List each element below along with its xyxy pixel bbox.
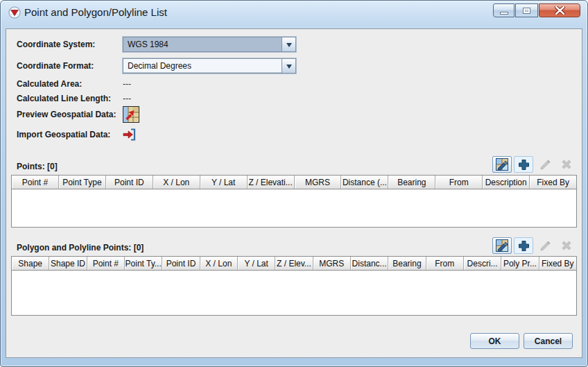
globe-red-arrow-icon: [8, 6, 21, 19]
column-header[interactable]: Bearing: [388, 176, 435, 189]
polygon-add-button[interactable]: [514, 237, 533, 254]
column-header[interactable]: Point #: [87, 257, 125, 270]
import-geospatial-button[interactable]: [123, 128, 138, 142]
column-header[interactable]: Distanc...: [351, 257, 388, 270]
column-header[interactable]: Point ID: [162, 257, 200, 270]
column-header[interactable]: Point #: [12, 176, 59, 189]
polygon-edit-button-disabled[interactable]: [535, 237, 555, 254]
coordinate-system-row: Coordinate System: WGS 1984: [17, 37, 582, 52]
add-plus-icon: [518, 159, 530, 171]
coordinate-format-combobox[interactable]: Decimal Degrees: [123, 58, 296, 74]
import-geospatial-label: Import Geospatial Data:: [17, 130, 123, 139]
column-header[interactable]: Z / Elevati...: [248, 176, 295, 189]
column-header[interactable]: Fixed By: [539, 257, 576, 270]
map-edit-icon: [496, 239, 508, 252]
window-title: Point and Polygon/Polyline List: [24, 6, 167, 18]
polygon-table-body[interactable]: [12, 271, 576, 315]
points-map-edit-button[interactable]: [492, 156, 512, 173]
polygon-section-title: Polygon and Polyline Points: [0]: [17, 243, 144, 254]
points-table: Point # Point Type Point ID X / Lon Y / …: [11, 175, 577, 228]
import-geospatial-row: Import Geospatial Data:: [17, 128, 582, 142]
column-header[interactable]: Description: [483, 176, 530, 189]
window-controls: [493, 3, 580, 17]
cancel-button[interactable]: Cancel: [524, 333, 573, 349]
dialog-content: Coordinate System: WGS 1984 Coordinate F…: [6, 28, 582, 358]
ok-button[interactable]: OK: [470, 333, 519, 349]
column-header[interactable]: Bearing: [388, 257, 426, 270]
delete-x-icon: [561, 159, 572, 170]
preview-geospatial-button[interactable]: [123, 106, 139, 123]
calculated-line-length-value: ---: [123, 94, 131, 103]
column-header[interactable]: Descri...: [464, 257, 501, 270]
column-header[interactable]: Z / Elev...: [275, 257, 313, 270]
titlebar[interactable]: Point and Polygon/Polyline List: [1, 1, 587, 28]
column-header[interactable]: From: [435, 176, 483, 189]
edit-pencil-icon: [539, 159, 551, 171]
preview-geospatial-label: Preview Geospatial Data:: [17, 110, 123, 119]
points-table-header: Point # Point Type Point ID X / Lon Y / …: [12, 176, 576, 189]
minimize-button[interactable]: [493, 3, 514, 17]
calculated-line-length-label: Calculated Line Length:: [17, 94, 123, 103]
points-section-header: Points: [0]: [17, 156, 576, 173]
polygon-table-header: Shape Shape ID Point # Point Ty... Point…: [12, 257, 576, 271]
coordinate-format-value: Decimal Degrees: [123, 59, 282, 73]
add-plus-icon: [518, 240, 530, 252]
calculated-area-value: ---: [123, 79, 131, 89]
polygon-delete-button-disabled[interactable]: [557, 237, 576, 254]
coordinate-format-row: Coordinate Format: Decimal Degrees: [17, 58, 582, 74]
column-header[interactable]: MGRS: [313, 257, 351, 270]
column-header[interactable]: MGRS: [295, 176, 342, 189]
column-header[interactable]: Y / Lat: [200, 176, 248, 189]
points-toolbar: [492, 156, 576, 173]
column-header[interactable]: From: [426, 257, 464, 270]
dialog-window: Point and Polygon/Polyline List Coordina…: [0, 0, 588, 367]
coordinate-format-label: Coordinate Format:: [17, 61, 123, 71]
calculated-area-label: Calculated Area:: [17, 79, 123, 89]
column-header[interactable]: Poly Pr...: [501, 257, 539, 270]
points-section-title: Points: [0]: [17, 162, 58, 173]
map-edit-icon: [496, 158, 508, 171]
points-add-button[interactable]: [514, 156, 533, 173]
column-header[interactable]: Shape: [12, 257, 49, 270]
column-header[interactable]: Point Ty...: [125, 257, 162, 270]
column-header[interactable]: Shape ID: [49, 257, 87, 270]
column-header[interactable]: Point Type: [59, 176, 106, 189]
polygon-section-header: Polygon and Polyline Points: [0]: [17, 237, 576, 254]
coordinate-system-value: WGS 1984: [123, 37, 282, 51]
column-header[interactable]: Point ID: [106, 176, 153, 189]
column-header[interactable]: X / Lon: [153, 176, 200, 189]
minimize-icon: [500, 12, 508, 15]
chevron-down-icon[interactable]: [282, 59, 295, 73]
calculated-area-row: Calculated Area: ---: [17, 79, 582, 89]
column-header[interactable]: X / Lon: [200, 257, 238, 270]
maximize-button[interactable]: [515, 3, 538, 17]
close-button[interactable]: [539, 3, 580, 17]
points-table-body[interactable]: [12, 189, 576, 227]
footer: OK Cancel: [6, 333, 573, 349]
calculated-line-length-row: Calculated Line Length: ---: [17, 94, 582, 103]
chevron-down-icon[interactable]: [282, 37, 295, 51]
close-icon: [555, 6, 565, 15]
polygon-map-edit-button[interactable]: [492, 237, 512, 254]
polygon-toolbar: [492, 237, 576, 254]
points-edit-button-disabled[interactable]: [535, 156, 555, 173]
column-header[interactable]: Fixed By: [530, 176, 576, 189]
points-delete-button-disabled[interactable]: [557, 156, 576, 173]
map-preview-icon: [123, 107, 139, 122]
column-header[interactable]: Distance (...: [341, 176, 388, 189]
delete-x-icon: [561, 240, 572, 251]
edit-pencil-icon: [539, 240, 551, 252]
polygon-table: Shape Shape ID Point # Point Ty... Point…: [11, 256, 577, 316]
import-arrow-icon: [123, 128, 137, 142]
column-header[interactable]: Y / Lat: [238, 257, 275, 270]
coordinate-system-label: Coordinate System:: [17, 40, 123, 49]
preview-geospatial-row: Preview Geospatial Data:: [17, 106, 582, 123]
maximize-icon: [523, 8, 530, 14]
coordinate-system-combobox[interactable]: WGS 1984: [123, 37, 296, 52]
